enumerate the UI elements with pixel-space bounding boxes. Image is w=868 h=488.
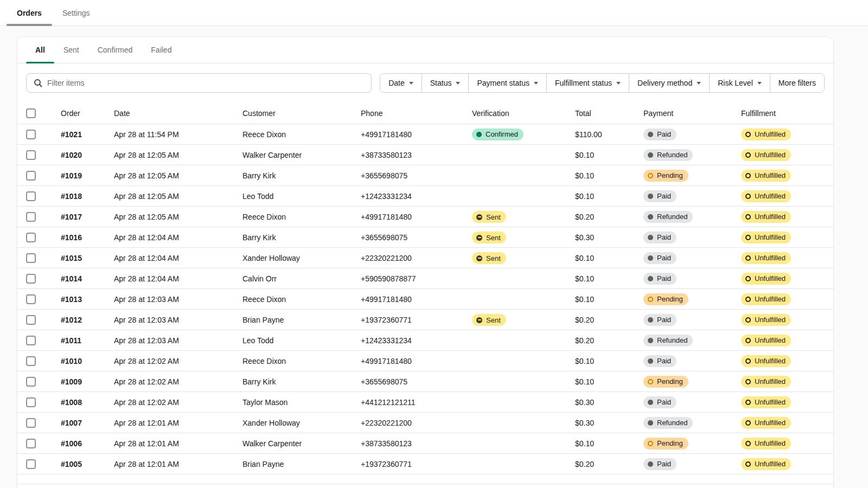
- filter-date-button[interactable]: Date: [380, 74, 422, 92]
- status-badge-confirmed: Confirmed: [472, 129, 524, 140]
- filter-status-button[interactable]: Status: [422, 74, 469, 92]
- order-total: $0.10: [575, 192, 643, 201]
- table-row[interactable]: #1020 Apr 28 at 12:05 AM Walker Carpente…: [17, 145, 833, 165]
- order-id[interactable]: #1014: [61, 274, 114, 283]
- tab-confirmed[interactable]: Confirmed: [88, 37, 142, 63]
- status-badge-paid: Paid: [643, 273, 676, 285]
- table-row[interactable]: #1018 Apr 28 at 12:05 AM Leo Todd +12423…: [17, 186, 833, 207]
- chevron-down-icon: [534, 82, 538, 85]
- status-badge-paid: Paid: [643, 396, 676, 408]
- row-checkbox[interactable]: [26, 171, 36, 181]
- tab-failed[interactable]: Failed: [142, 37, 181, 63]
- fulfillment-cell: Unfulfilled: [741, 314, 833, 326]
- table-row[interactable]: #1012 Apr 28 at 12:03 AM Brian Payne +19…: [17, 310, 833, 330]
- table-row[interactable]: #1009 Apr 28 at 12:02 AM Barry Kirk +365…: [17, 371, 833, 392]
- customer-name: Barry Kirk: [242, 233, 361, 242]
- table-row[interactable]: #1021 Apr 28 at 11:54 PM Reece Dixon +49…: [17, 124, 833, 145]
- status-badge-unfulfilled: Unfulfilled: [741, 458, 791, 470]
- row-checkbox[interactable]: [26, 150, 36, 160]
- tab-settings[interactable]: Settings: [52, 0, 100, 25]
- row-checkbox[interactable]: [26, 377, 36, 387]
- order-id[interactable]: #1016: [61, 233, 114, 242]
- table-row[interactable]: #1006 Apr 28 at 12:01 AM Walker Carpente…: [17, 433, 833, 454]
- row-checkbox[interactable]: [26, 336, 36, 345]
- tab-failed-label: Failed: [151, 46, 171, 54]
- status-badge-sent: Sent: [472, 252, 506, 264]
- order-id[interactable]: #1010: [61, 357, 114, 365]
- status-badge-pending: Pending: [643, 170, 688, 182]
- row-checkbox[interactable]: [26, 274, 36, 284]
- more-filters-button[interactable]: More filters: [770, 74, 824, 92]
- filled-dot-icon: [648, 152, 653, 158]
- tab-sent[interactable]: Sent: [54, 37, 88, 63]
- filter-payment-status-button[interactable]: Payment status: [468, 74, 546, 92]
- order-id[interactable]: #1011: [61, 336, 114, 345]
- filter-risk-level-button[interactable]: Risk Level: [709, 74, 770, 92]
- row-checkbox[interactable]: [26, 233, 36, 242]
- fulfillment-cell: Unfulfilled: [741, 190, 833, 202]
- order-date: Apr 28 at 12:05 AM: [114, 171, 242, 180]
- order-id[interactable]: #1015: [61, 254, 114, 262]
- order-date: Apr 28 at 12:03 AM: [114, 316, 242, 324]
- filled-dot-icon: [648, 132, 653, 137]
- order-id[interactable]: #1019: [61, 171, 114, 180]
- row-checkbox[interactable]: [26, 130, 36, 139]
- customer-phone: +12423331234: [361, 336, 472, 345]
- order-id[interactable]: #1008: [61, 398, 114, 407]
- row-checkbox[interactable]: [26, 212, 36, 222]
- status-badge-pending: Pending: [643, 376, 688, 388]
- order-id[interactable]: #1012: [61, 316, 114, 324]
- fulfillment-cell: Unfulfilled: [741, 376, 833, 388]
- select-all-checkbox[interactable]: [26, 108, 36, 118]
- order-id[interactable]: #1006: [61, 439, 114, 448]
- order-id[interactable]: #1021: [61, 130, 114, 139]
- order-id[interactable]: #1018: [61, 192, 114, 201]
- customer-name: Barry Kirk: [242, 171, 361, 180]
- row-checkbox[interactable]: [26, 315, 36, 325]
- table-row[interactable]: #1008 Apr 28 at 12:02 AM Taylor Mason +4…: [17, 392, 833, 413]
- status-badge-sent: Sent: [472, 211, 506, 223]
- order-id[interactable]: #1005: [61, 460, 114, 468]
- filter-search-box[interactable]: [26, 73, 372, 93]
- table-row[interactable]: #1011 Apr 28 at 12:03 AM Leo Todd +12423…: [17, 330, 833, 351]
- row-checkbox[interactable]: [26, 397, 36, 407]
- payment-cell: Paid: [643, 314, 741, 326]
- row-checkbox[interactable]: [26, 294, 36, 304]
- filled-dot-icon: [648, 194, 653, 199]
- row-checkbox[interactable]: [26, 356, 36, 366]
- order-id[interactable]: #1009: [61, 377, 114, 386]
- table-row[interactable]: #1010 Apr 28 at 12:02 AM Reece Dixon +49…: [17, 351, 833, 371]
- order-id[interactable]: #1017: [61, 213, 114, 221]
- tab-sent-label: Sent: [63, 46, 79, 54]
- filter-search-input[interactable]: [47, 79, 364, 87]
- tab-all[interactable]: All: [26, 37, 54, 63]
- sent-circle-icon: [476, 255, 482, 261]
- table-row[interactable]: #1017 Apr 28 at 12:05 AM Reece Dixon +49…: [17, 207, 833, 227]
- order-id[interactable]: #1013: [61, 295, 114, 304]
- table-row[interactable]: #1014 Apr 28 at 12:04 AM Calvin Orr +590…: [17, 268, 833, 289]
- customer-phone: +19372360771: [361, 460, 472, 468]
- open-ring-icon: [745, 214, 751, 220]
- order-id[interactable]: #1020: [61, 151, 114, 159]
- table-row[interactable]: #1007 Apr 28 at 12:01 AM Xander Holloway…: [17, 413, 833, 433]
- chevron-down-icon: [456, 82, 460, 85]
- payment-cell: Paid: [643, 458, 741, 470]
- row-checkbox[interactable]: [26, 439, 36, 448]
- table-row[interactable]: #1016 Apr 28 at 12:04 AM Barry Kirk +365…: [17, 227, 833, 248]
- table-row[interactable]: #1015 Apr 28 at 12:04 AM Xander Holloway…: [17, 248, 833, 268]
- filter-delivery-method-button[interactable]: Delivery method: [629, 74, 709, 92]
- table-row[interactable]: #1019 Apr 28 at 12:05 AM Barry Kirk +365…: [17, 165, 833, 186]
- status-badge-unfulfilled: Unfulfilled: [741, 314, 791, 326]
- row-checkbox[interactable]: [26, 459, 36, 469]
- tab-orders[interactable]: Orders: [7, 0, 52, 25]
- payment-cell: Paid: [643, 129, 741, 140]
- order-id[interactable]: #1007: [61, 419, 114, 427]
- filter-fulfillment-status-button[interactable]: Fulfillment status: [546, 74, 629, 92]
- customer-name: Brian Payne: [242, 460, 361, 468]
- row-checkbox[interactable]: [26, 191, 36, 201]
- table-row[interactable]: #1013 Apr 28 at 12:03 AM Reece Dixon +49…: [17, 289, 833, 310]
- customer-phone: +38733580123: [361, 151, 472, 159]
- row-checkbox[interactable]: [26, 253, 36, 263]
- table-row[interactable]: #1005 Apr 28 at 12:01 AM Brian Payne +19…: [17, 454, 833, 474]
- row-checkbox[interactable]: [26, 418, 36, 428]
